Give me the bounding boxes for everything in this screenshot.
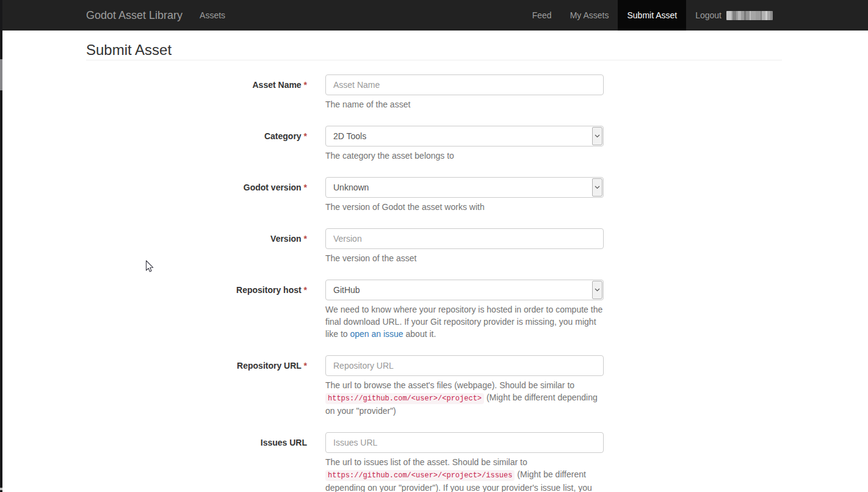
- redacted-username: [726, 11, 773, 20]
- field-help-text: The name of the asset: [325, 98, 609, 110]
- navbar-right-menu: FeedMy AssetsSubmit AssetLogout: [523, 0, 782, 31]
- field-label: Asset Name *: [253, 80, 308, 90]
- nav-item-feed[interactable]: Feed: [523, 0, 561, 31]
- godot-version-selected-value: Unknown: [326, 178, 603, 197]
- url-example-code: https://github.com/<user>/<project>/issu…: [325, 470, 515, 481]
- field-label: Category *: [264, 131, 307, 141]
- form-row-category: Category * 2D Tools The category the ass…: [86, 126, 782, 168]
- repository-host-select[interactable]: GitHub: [325, 280, 604, 300]
- required-asterisk: *: [302, 183, 307, 192]
- left-edge-light-segment: [0, 59, 2, 90]
- category-select[interactable]: 2D Tools: [325, 126, 604, 147]
- nav-item-my-assets[interactable]: My Assets: [561, 0, 618, 31]
- nav-item-label: My Assets: [570, 10, 609, 20]
- main-content: Submit Asset Asset Name * The name of th…: [86, 42, 782, 492]
- open-an-issue-link[interactable]: open an issue: [350, 329, 403, 339]
- issues-url-input[interactable]: [325, 432, 604, 453]
- chevron-down-icon: [592, 178, 602, 197]
- category-selected-value: 2D Tools: [326, 126, 603, 146]
- navbar-left-menu: Assets: [190, 0, 234, 31]
- brand-link[interactable]: Godot Asset Library: [86, 0, 183, 31]
- field-help-text: The version of the asset: [325, 252, 609, 264]
- left-screen-edge: [0, 0, 2, 492]
- form-row-issues-url: Issues URL The url to issues list of the…: [86, 432, 782, 492]
- nav-item-label: Logout: [695, 10, 722, 20]
- field-label: Version *: [270, 234, 307, 244]
- field-label: Godot version *: [244, 183, 307, 192]
- page-title: Submit Asset: [86, 42, 782, 60]
- required-asterisk: *: [302, 234, 307, 244]
- repository-host-selected-value: GitHub: [326, 280, 603, 300]
- form-row-repository-url: Repository URL * The url to browse the a…: [86, 355, 782, 423]
- godot-version-select[interactable]: Unknown: [325, 177, 604, 198]
- required-asterisk: *: [302, 131, 307, 141]
- nav-item-label: Feed: [532, 10, 552, 20]
- chevron-down-icon: [592, 127, 602, 145]
- field-label: Repository host *: [236, 285, 307, 295]
- form-row-godot-version: Godot version * Unknown The version of G…: [86, 177, 782, 219]
- field-help-text: The url to issues list of the asset. Sho…: [325, 456, 609, 492]
- field-help-text: The category the asset belongs to: [325, 150, 609, 162]
- form-row-asset-name: Asset Name * The name of the asset: [86, 74, 782, 117]
- field-help-text: We need to know where your repository is…: [325, 303, 609, 340]
- field-help-text: The url to browse the asset's files (web…: [325, 379, 609, 417]
- url-example-code: https://github.com/<user>/<project>: [325, 393, 484, 404]
- field-label: Repository URL *: [237, 361, 307, 371]
- nav-item-label: Submit Asset: [627, 10, 677, 20]
- repository-url-input[interactable]: [325, 355, 604, 376]
- required-asterisk: *: [302, 80, 307, 90]
- version-input[interactable]: [325, 228, 604, 249]
- left-edge-light-segment-bottom: [0, 488, 2, 490]
- field-label: Issues URL: [261, 438, 307, 447]
- navbar: Godot Asset Library Assets FeedMy Assets…: [0, 0, 868, 31]
- submit-asset-form: Asset Name * The name of the asset Categ…: [86, 74, 782, 492]
- field-help-text: The version of Godot the asset works wit…: [325, 201, 609, 213]
- nav-item-assets[interactable]: Assets: [190, 0, 234, 31]
- asset-name-input[interactable]: [325, 74, 604, 95]
- chevron-down-icon: [592, 281, 602, 299]
- form-row-repository-host: Repository host * GitHub We need to know…: [86, 280, 782, 346]
- form-row-version: Version * The version of the asset: [86, 228, 782, 270]
- required-asterisk: *: [302, 285, 307, 295]
- nav-item-submit-asset[interactable]: Submit Asset: [618, 0, 686, 31]
- nav-item-label: Assets: [200, 10, 225, 20]
- required-asterisk: *: [302, 361, 307, 371]
- nav-item-logout[interactable]: Logout: [686, 0, 782, 31]
